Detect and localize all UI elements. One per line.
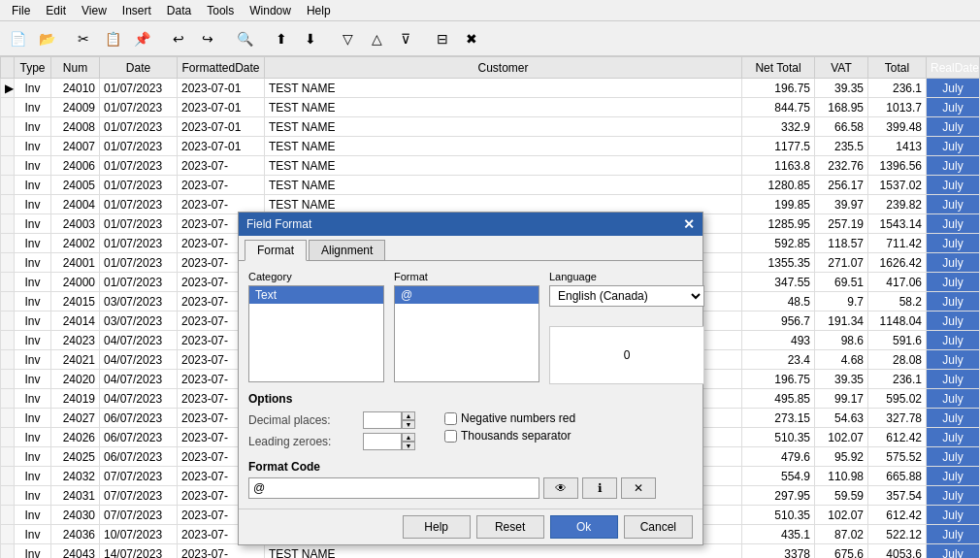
undo-button[interactable]: ↩ <box>165 25 192 52</box>
format-code-label: Format Code <box>248 460 693 474</box>
table-row[interactable]: Inv2400701/07/20232023-07-01TEST NAME117… <box>1 137 980 156</box>
options-left: Decimal places: ▲ ▼ Leading zeroes: <box>248 411 415 454</box>
decimal-up-btn[interactable]: ▲ <box>402 411 415 420</box>
thousands-sep-checkbox[interactable] <box>444 430 457 443</box>
decimal-places-spin: ▲ ▼ <box>363 411 415 429</box>
format-code-row: 👁 ℹ ✕ <box>248 477 693 499</box>
menu-view[interactable]: View <box>74 2 114 19</box>
format-code-input[interactable] <box>248 477 539 499</box>
decimal-places-row: Decimal places: ▲ ▼ <box>248 411 415 429</box>
dialog-close-button[interactable]: ✕ <box>683 216 695 232</box>
menu-window[interactable]: Window <box>242 2 299 19</box>
tab-alignment[interactable]: Alignment <box>309 240 385 260</box>
tab-format[interactable]: Format <box>245 240 307 261</box>
header-fdate[interactable]: FormattedDate <box>178 57 265 79</box>
header-realdate[interactable]: RealDate <box>927 57 980 79</box>
format-code-preview-btn[interactable]: 👁 <box>543 477 578 499</box>
menu-insert[interactable]: Insert <box>114 2 159 19</box>
format-code-info-btn[interactable]: ℹ <box>582 477 617 499</box>
dialog-body: Category Text Format @ Language English … <box>239 261 702 509</box>
thousands-sep-row: Thousands separator <box>444 429 575 443</box>
open-button[interactable]: 📂 <box>33 25 60 52</box>
reset-button[interactable]: Reset <box>476 515 544 539</box>
sort-desc-button[interactable]: ⬇ <box>297 25 324 52</box>
format-at-item[interactable]: @ <box>395 286 539 304</box>
thousands-sep-label: Thousands separator <box>461 429 571 443</box>
format-row: Category Text Format @ Language English … <box>248 271 693 384</box>
header-date[interactable]: Date <box>100 57 178 79</box>
cut-button[interactable]: ✂ <box>70 25 97 52</box>
dialog-footer: Help Reset Ok Cancel <box>239 509 702 544</box>
dialog-tabs: Format Alignment <box>239 236 702 261</box>
grid-container: Type Num Date FormattedDate Customer Net… <box>0 56 980 558</box>
menu-edit[interactable]: Edit <box>38 2 74 19</box>
freeze-button[interactable]: ⊟ <box>429 25 456 52</box>
format-listbox[interactable]: @ <box>394 285 539 382</box>
menu-file[interactable]: File <box>4 2 38 19</box>
table-row[interactable]: Inv2400501/07/20232023-07-TEST NAME1280.… <box>1 176 980 195</box>
remove-filter-button[interactable]: ✖ <box>458 25 485 52</box>
negative-red-row: Negative numbers red <box>444 411 575 425</box>
table-row[interactable]: Inv2400601/07/20232023-07-TEST NAME1163.… <box>1 156 980 176</box>
dialog-title-text: Field Format <box>246 217 311 231</box>
preview-box: 0 <box>549 326 704 384</box>
new-button[interactable]: 📄 <box>4 25 31 52</box>
dialog-title-bar[interactable]: Field Format ✕ <box>239 213 702 236</box>
language-col: Language English (Canada)English (US)Fre… <box>549 271 704 384</box>
copy-button[interactable]: 📋 <box>99 25 126 52</box>
table-row[interactable]: Inv2404314/07/20232023-07-TEST NAME33786… <box>1 544 980 559</box>
field-format-dialog: Field Format ✕ Format Alignment Category… <box>238 212 703 545</box>
category-col: Category Text <box>248 271 384 384</box>
negative-red-checkbox[interactable] <box>444 412 457 425</box>
filter-off-button[interactable]: △ <box>363 25 390 52</box>
help-button[interactable]: Help <box>403 515 471 539</box>
paste-button[interactable]: 📌 <box>128 25 155 52</box>
checkbox-group: Negative numbers red Thousands separator <box>444 411 575 454</box>
table-row[interactable]: Inv2400801/07/20232023-07-01TEST NAME332… <box>1 117 980 137</box>
leading-up-btn[interactable]: ▲ <box>402 433 415 442</box>
cancel-button[interactable]: Cancel <box>624 515 693 539</box>
leading-zeroes-spin: ▲ ▼ <box>363 433 415 450</box>
leading-zeroes-input[interactable] <box>363 433 402 450</box>
decimal-places-label: Decimal places: <box>248 413 355 427</box>
decimal-places-spinbtns: ▲ ▼ <box>402 411 415 429</box>
filter-button[interactable]: ▽ <box>334 25 361 52</box>
redo-button[interactable]: ↪ <box>194 25 221 52</box>
format-label: Format <box>394 271 539 282</box>
options-section: Options Decimal places: ▲ ▼ <box>248 392 693 454</box>
sort-asc-button[interactable]: ⬆ <box>268 25 295 52</box>
header-indicator <box>1 57 15 79</box>
toolbar: 📄 📂 ✂ 📋 📌 ↩ ↪ 🔍 ⬆ ⬇ ▽ △ ⊽ ⊟ ✖ <box>0 21 980 56</box>
format-code-section: Format Code 👁 ℹ ✕ <box>248 460 693 499</box>
negative-red-label: Negative numbers red <box>461 411 575 425</box>
leading-zeroes-row: Leading zeroes: ▲ ▼ <box>248 433 415 450</box>
header-net[interactable]: Net Total <box>742 57 815 79</box>
decimal-down-btn[interactable]: ▼ <box>402 420 415 429</box>
header-type[interactable]: Type <box>15 57 51 79</box>
header-customer[interactable]: Customer <box>265 57 742 79</box>
category-text-item[interactable]: Text <box>249 286 383 304</box>
table-row[interactable]: Inv2400901/07/20232023-07-01TEST NAME844… <box>1 98 980 117</box>
menu-tools[interactable]: Tools <box>199 2 242 19</box>
format-col: Format @ <box>394 271 539 384</box>
category-label: Category <box>248 271 384 282</box>
options-title: Options <box>248 392 693 406</box>
ok-button[interactable]: Ok <box>550 515 618 539</box>
menu-help[interactable]: Help <box>299 2 339 19</box>
format-code-delete-btn[interactable]: ✕ <box>621 477 656 499</box>
leading-zeroes-spinbtns: ▲ ▼ <box>402 433 415 450</box>
preview-value: 0 <box>624 348 631 362</box>
decimal-places-input[interactable] <box>363 411 402 429</box>
language-select[interactable]: English (Canada)English (US)French (Cana… <box>549 285 704 307</box>
header-vat[interactable]: VAT <box>815 57 868 79</box>
filter-on-button[interactable]: ⊽ <box>392 25 419 52</box>
menu-bar: File Edit View Insert Data Tools Window … <box>0 0 980 21</box>
find-button[interactable]: 🔍 <box>231 25 258 52</box>
table-row[interactable]: ▶Inv2401001/07/20232023-07-01TEST NAME19… <box>1 79 980 98</box>
header-total[interactable]: Total <box>868 57 927 79</box>
language-label: Language <box>549 271 704 282</box>
category-listbox[interactable]: Text <box>248 285 384 382</box>
header-num[interactable]: Num <box>51 57 100 79</box>
leading-down-btn[interactable]: ▼ <box>402 442 415 450</box>
menu-data[interactable]: Data <box>159 2 199 19</box>
